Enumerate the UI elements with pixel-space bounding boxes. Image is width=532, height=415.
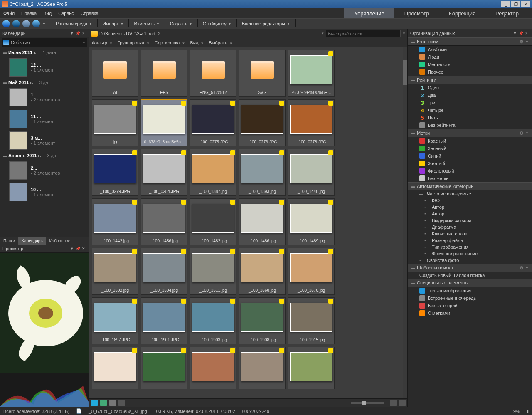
tab-folders[interactable]: Папки <box>0 237 18 245</box>
org-item[interactable]: С метками <box>408 309 532 317</box>
panel-close-icon[interactable]: ✕ <box>524 31 530 35</box>
thumbnail-grid[interactable]: AIEPSPNG_512x512SVG%D0%9F%D0%BE....jpg0_… <box>89 47 407 398</box>
gear-icon[interactable]: ⚙ <box>520 265 524 271</box>
panel-menu-icon[interactable]: ▼ <box>69 247 75 251</box>
org-section-header[interactable]: ▬Категории⚙▼ <box>408 37 532 46</box>
day-item[interactable]: 10 ...- 1 элемент <box>1 181 88 203</box>
thumbnail-item[interactable]: _100_1670.jpg <box>288 248 335 295</box>
thumbnail-item[interactable]: _100_1908.jpg <box>239 297 286 344</box>
nav-back-icon[interactable] <box>12 20 20 27</box>
thumbnail-item[interactable] <box>190 347 236 389</box>
toolbar-Слайд-шоу[interactable]: Слайд-шоу▼ <box>200 19 235 28</box>
tab-edit[interactable]: Редактор <box>485 8 529 18</box>
chevron-icon[interactable]: ▼ <box>525 40 529 44</box>
org-item[interactable]: Без рейтинга <box>408 121 532 129</box>
thumbnail-item[interactable]: _100_0278.JPG <box>288 99 335 146</box>
org-item[interactable]: 3Три <box>408 99 532 106</box>
org-item[interactable]: Зелёный <box>408 145 532 152</box>
tab-favorites[interactable]: Избранное <box>46 237 74 245</box>
thumbnail-item[interactable]: _100_1442.jpg <box>92 198 138 245</box>
org-section-header[interactable]: ▬Метки⚙▼ <box>408 129 532 137</box>
org-subitem[interactable]: ▪Тип изображения <box>408 244 532 250</box>
thumbnail-item[interactable]: _100_1502.jpg <box>92 248 138 295</box>
thumbnail-item[interactable]: PNG_512x512 <box>190 50 236 97</box>
zoom-out-icon[interactable] <box>390 400 397 406</box>
thumbnail-item[interactable]: _100_1489.jpg <box>288 198 335 245</box>
org-item[interactable]: Альбомы <box>408 46 532 53</box>
org-item[interactable]: Встроенные в очередь <box>408 294 532 302</box>
chevron-icon[interactable]: ▼ <box>525 131 529 135</box>
thumbnail-item[interactable]: _100_1915.jpg <box>288 297 335 344</box>
gear-icon[interactable]: ⚙ <box>520 131 524 136</box>
thumbnail-item[interactable] <box>92 347 138 389</box>
panel-pin-icon[interactable]: 📌 <box>518 31 524 35</box>
filter-Группировка[interactable]: Группировка ▼ <box>118 40 150 45</box>
thumbnail-item[interactable]: _100_1456.jpg <box>141 198 187 245</box>
filter-Сортировка[interactable]: Сортировка ▼ <box>155 40 185 45</box>
thumbnail-size-slider[interactable] <box>351 402 384 404</box>
toolbar-Изменить[interactable]: Изменить▼ <box>131 19 163 28</box>
thumbnail-item[interactable] <box>239 347 286 389</box>
tab-calendar[interactable]: Календарь <box>18 237 46 245</box>
close-button[interactable]: ✕ <box>521 1 530 7</box>
filter-Выбрать[interactable]: Выбрать ▼ <box>209 40 232 45</box>
org-item[interactable]: 2Два <box>408 91 532 99</box>
nav-up-icon[interactable] <box>32 20 40 27</box>
view-filmstrip-icon[interactable] <box>118 400 125 406</box>
org-item[interactable]: Без категорий <box>408 302 532 309</box>
scrollbar[interactable] <box>403 47 407 398</box>
thumbnail-item[interactable]: _100_1897.JPG <box>92 297 138 344</box>
panel-menu-icon[interactable]: ▼ <box>512 31 518 35</box>
panel-close-icon[interactable]: ✕ <box>81 247 86 251</box>
panel-menu-icon[interactable]: ▼ <box>69 31 75 35</box>
org-item[interactable]: Жёлтый <box>408 160 532 167</box>
menu-service[interactable]: Сервис <box>58 11 74 16</box>
menu-file[interactable]: Файл <box>3 11 15 16</box>
org-subitem[interactable]: ▪Автор <box>408 210 532 217</box>
thumbnail-item[interactable]: 0_678c0_5bad5e5a... <box>141 99 187 146</box>
nav-dropdown-icon[interactable]: ▼ <box>42 22 46 26</box>
tab-view[interactable]: Просмотр <box>394 8 439 18</box>
filter-Вид[interactable]: Вид ▼ <box>190 40 204 45</box>
org-subitem[interactable]: ▪Выдержка затвора <box>408 217 532 224</box>
panel-pin-icon[interactable]: 📌 <box>75 31 81 35</box>
day-item[interactable]: 3 м...- 1 элемент <box>1 130 88 151</box>
thumbnail-item[interactable]: _100_1511.jpg <box>190 248 236 295</box>
org-item[interactable]: ▬Часто используемые <box>408 190 532 197</box>
org-section-header[interactable]: ▬Рейтинги <box>408 76 532 84</box>
org-subitem[interactable]: ▪ISO <box>408 197 532 204</box>
org-subitem[interactable]: ▪Размер файла <box>408 237 532 244</box>
thumbnail-item[interactable]: _100_1486.jpg <box>239 198 286 245</box>
thumbnail-item[interactable]: _100_1504.jpg <box>141 248 187 295</box>
thumbnail-item[interactable]: SVG <box>239 50 286 97</box>
thumbnail-item[interactable] <box>141 347 187 389</box>
menu-edit[interactable]: Правка <box>21 11 37 16</box>
thumbnail-item[interactable]: _100_1901.JPG <box>141 297 187 344</box>
month-header[interactable]: ▬Июль 2011 г.- 1 дата <box>1 48 88 57</box>
thumbnail-item[interactable]: .jpg <box>92 99 138 146</box>
zoom-in-icon[interactable] <box>399 400 406 406</box>
org-item[interactable]: ▪Свойства фото <box>408 257 532 264</box>
thumbnail-item[interactable]: _100_0284.JPG <box>141 149 187 196</box>
org-subitem[interactable]: ▪Диафрагма <box>408 224 532 230</box>
thumbnail-item[interactable]: _100_0275.JPG <box>190 99 236 146</box>
month-header[interactable]: ▬Апрель 2011 г.- 3 дат <box>1 151 88 160</box>
org-subitem[interactable]: ▪Фокусное расстояние <box>408 250 532 257</box>
org-item[interactable]: Люди <box>408 53 532 61</box>
panel-close-icon[interactable]: ✕ <box>81 31 86 35</box>
org-item[interactable]: Фиолетовый <box>408 167 532 175</box>
menu-view[interactable]: Вид <box>43 11 52 16</box>
gear-icon[interactable]: ⚙ <box>520 39 524 44</box>
toolbar-Внешние редакторы[interactable]: Внешние редакторы▼ <box>239 19 293 28</box>
org-item[interactable]: 4Четыре <box>408 106 532 114</box>
tab-manage[interactable]: Управление <box>344 8 394 18</box>
org-item[interactable]: Прочее <box>408 68 532 76</box>
day-item[interactable]: 2...- 2 элементов <box>1 160 88 181</box>
thumbnail-item[interactable]: _100_1903.jpg <box>190 297 236 344</box>
toolbar-Создать[interactable]: Создать▼ <box>167 19 196 28</box>
thumbnail-item[interactable]: _100_0279.JPG <box>92 149 138 196</box>
thumbnail-item[interactable]: AI <box>92 50 138 97</box>
thumbnail-item[interactable]: _100_0276.JPG <box>239 99 286 146</box>
org-subitem[interactable]: ▪Автор <box>408 204 532 210</box>
quick-search-input[interactable] <box>326 30 401 37</box>
